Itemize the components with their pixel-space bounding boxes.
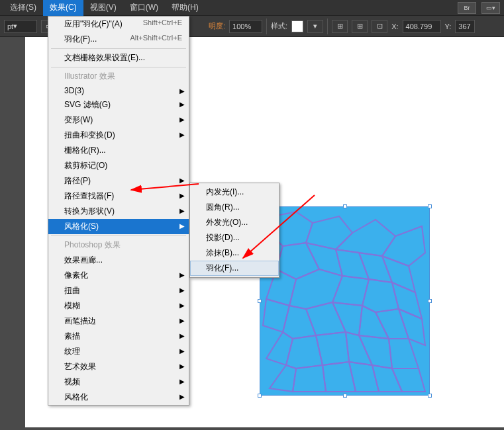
menu-item[interactable]: 应用"羽化(F)"(A)Shift+Ctrl+E: [48, 17, 189, 32]
resize-handle[interactable]: [428, 394, 432, 398]
menu-item[interactable]: 裁剪标记(O): [48, 158, 189, 173]
submenu-item[interactable]: 外发光(O)...: [190, 215, 279, 230]
submenu-item[interactable]: 内发光(I)...: [190, 185, 279, 200]
submenu-item[interactable]: 投影(D)...: [190, 230, 279, 245]
menu-item[interactable]: 模糊▶: [48, 298, 189, 314]
menu-item[interactable]: 像素化▶: [48, 268, 189, 283]
menu-item[interactable]: 风格化(S)▶: [48, 219, 189, 234]
menu-view[interactable]: 视图(V): [83, 0, 123, 16]
menu-select[interactable]: 选择(S): [3, 0, 43, 16]
submenu-item[interactable]: 羽化(F)...: [190, 261, 279, 276]
menu-item[interactable]: SVG 滤镜(G)▶: [48, 97, 189, 112]
menu-item[interactable]: 转换为形状(V)▶: [48, 204, 189, 219]
menu-item[interactable]: 艺术效果▶: [48, 359, 189, 374]
menu-item[interactable]: 效果画廊...: [48, 253, 189, 268]
effects-dropdown: 应用"羽化(F)"(A)Shift+Ctrl+E羽化(F)...Alt+Shif…: [48, 16, 189, 406]
br-button[interactable]: Br: [458, 2, 476, 14]
unit-field[interactable]: pt ▾: [4, 20, 37, 33]
menu-item[interactable]: 扭曲▶: [48, 283, 189, 298]
menu-item[interactable]: 变形(W)▶: [48, 112, 189, 128]
x-label: X:: [391, 22, 398, 30]
menu-item[interactable]: 视频▶: [48, 374, 189, 390]
menu-window[interactable]: 窗口(W): [123, 0, 165, 16]
style-dropdown-icon[interactable]: ▾: [307, 20, 323, 33]
menu-item[interactable]: 纹理▶: [48, 344, 189, 359]
resize-handle[interactable]: [258, 299, 262, 303]
menu-help[interactable]: 帮助(H): [165, 0, 205, 16]
menu-item[interactable]: 羽化(F)...Alt+Shift+Ctrl+E: [48, 32, 189, 47]
resize-handle[interactable]: [343, 394, 347, 398]
y-field[interactable]: 367: [455, 20, 475, 33]
menu-item[interactable]: 3D(3)▶: [48, 84, 189, 97]
menu-effects[interactable]: 效果(C): [43, 0, 83, 16]
align-icon-1[interactable]: ⊞: [332, 20, 348, 33]
resize-handle[interactable]: [428, 299, 432, 303]
menu-item[interactable]: 文档栅格效果设置(E)...: [48, 50, 189, 65]
menubar: 选择(S) 效果(C) 视图(V) 窗口(W) 帮助(H) Br ▭▾: [0, 0, 504, 16]
x-field[interactable]: 408.799: [403, 20, 441, 33]
menu-item: Illustrator 效果: [48, 69, 189, 84]
resize-handle[interactable]: [343, 204, 347, 208]
menu-item: Photoshop 效果: [48, 237, 189, 253]
menu-item[interactable]: 风格化▶: [48, 390, 189, 405]
style-swatch[interactable]: [291, 21, 303, 32]
opacity-label: 明度:: [209, 21, 225, 31]
menu-item[interactable]: 画笔描边▶: [48, 314, 189, 329]
align-icon-2[interactable]: ⊞: [352, 20, 368, 33]
opacity-field[interactable]: 100%: [229, 20, 262, 33]
submenu-item[interactable]: 涂抹(B)...: [190, 245, 279, 261]
resize-handle[interactable]: [428, 204, 432, 208]
layout-button[interactable]: ▭▾: [481, 2, 500, 14]
transform-icon[interactable]: ⊡: [372, 20, 387, 33]
menu-item[interactable]: 路径查找器(F)▶: [48, 189, 189, 204]
menu-item[interactable]: 栅格化(R)...: [48, 143, 189, 158]
submenu-item[interactable]: 圆角(R)...: [190, 200, 279, 215]
style-label: 样式:: [271, 21, 287, 31]
stylize-submenu: 内发光(I)...圆角(R)...外发光(O)...投影(D)...涂抹(B).…: [189, 183, 279, 278]
menu-item[interactable]: 扭曲和变换(D)▶: [48, 128, 189, 143]
y-label: Y:: [445, 22, 452, 30]
menu-item[interactable]: 素描▶: [48, 329, 189, 344]
menu-item[interactable]: 路径(P)▶: [48, 173, 189, 189]
resize-handle[interactable]: [258, 394, 262, 398]
selected-object[interactable]: [260, 206, 430, 396]
